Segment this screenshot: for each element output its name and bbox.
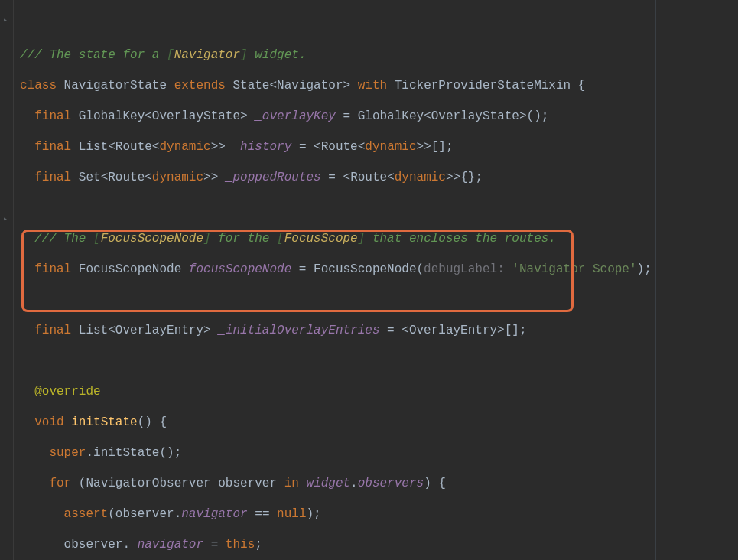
code-area[interactable]: /// The state for a [Navigator] widget. …	[14, 0, 738, 560]
code-line: /// The [FocusScopeNode] for the [FocusS…	[20, 231, 738, 246]
code-line: super.initState();	[20, 445, 738, 461]
code-line	[20, 292, 738, 308]
gutter: ▸ ▸	[0, 0, 14, 560]
code-line: assert(observer.navigator == null);	[20, 506, 738, 522]
code-line: final Set<Route<dynamic>> _poppedRoutes …	[20, 170, 738, 185]
code-line	[20, 353, 738, 369]
code-line: final FocusScopeNode focusScopeNode = Fo…	[20, 262, 738, 277]
code-editor[interactable]: ▸ ▸ /// The state for a [Navigator] widg…	[0, 0, 738, 560]
code-line: /// The state for a [Navigator] widget.	[20, 47, 738, 63]
code-line: class NavigatorState extends State<Navig…	[20, 78, 738, 93]
code-line: final List<OverlayEntry> _initialOverlay…	[20, 323, 738, 338]
code-line: for (NavigatorObserver observer in widge…	[20, 476, 738, 491]
fold-icon[interactable]: ▸	[3, 17, 11, 24]
code-line: final List<Route<dynamic>> _history = <R…	[20, 139, 738, 155]
code-line: final GlobalKey<OverlayState> _overlayKe…	[20, 109, 738, 124]
code-line: void initState() {	[20, 415, 738, 430]
fold-icon[interactable]: ▸	[3, 216, 11, 223]
code-line	[20, 200, 738, 216]
code-line: observer._navigator = this;	[20, 537, 738, 552]
code-line: @override	[20, 384, 738, 399]
